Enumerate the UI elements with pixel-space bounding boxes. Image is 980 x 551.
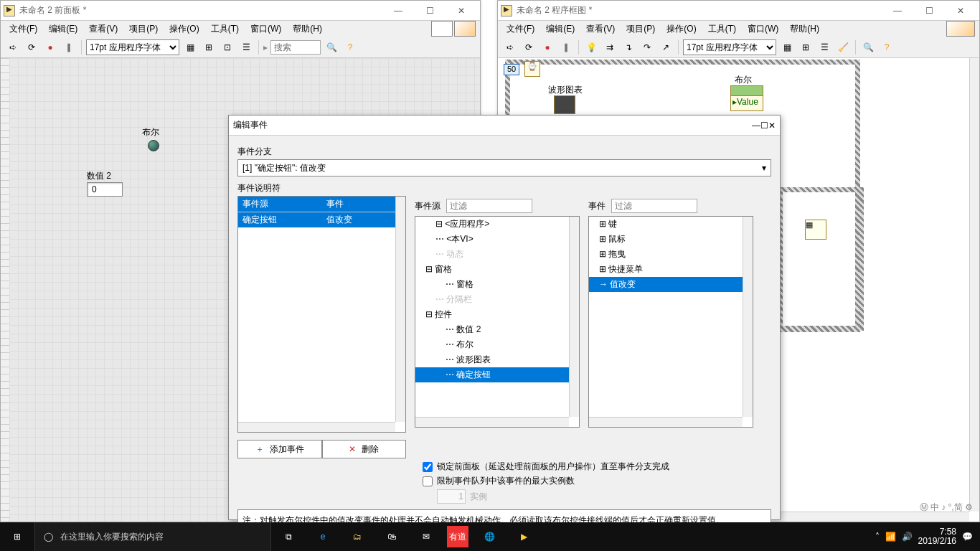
tree-item[interactable]: ⊟ <应用程序> [415,217,579,232]
font-selector[interactable]: 17pt 应用程序字体 [86,39,179,55]
tree-item[interactable]: ⊞ 鼠标 [589,232,753,247]
minimize-button[interactable]: — [752,121,760,131]
num-indicator[interactable]: 0 [87,182,123,197]
const-50[interactable]: 50 [504,64,519,75]
tree-item[interactable]: ⋯ 确定按钮 [415,367,579,382]
run-button[interactable]: ➪ [5,39,21,55]
bd-titlebar[interactable]: 未命名 2 程序框图 * — ☐ ✕ [498,1,979,21]
notif-icon[interactable]: 💬 [962,532,973,542]
labview-taskbar-icon[interactable]: ▶ [507,522,541,551]
menu-view[interactable]: 查看(V) [582,22,619,37]
search-input[interactable] [270,40,321,55]
run-cont-button[interactable]: ⟳ [521,39,537,55]
event-structure[interactable] [778,187,864,331]
menu-tools[interactable]: 工具(T) [704,22,740,37]
dialog-titlebar[interactable]: 编辑事件 — ☐ ✕ [229,116,780,136]
mail-icon[interactable]: ✉ [409,522,443,551]
menu-operate[interactable]: 操作(O) [165,22,203,37]
run-button[interactable]: ➪ [502,39,518,55]
menu-operate[interactable]: 操作(O) [662,22,700,37]
retain-button[interactable]: ⇉ [602,39,618,55]
highlight-button[interactable]: 💡 [583,39,599,55]
store-icon[interactable]: 🛍 [374,522,409,551]
chart-terminal[interactable] [554,95,575,114]
abort-button[interactable]: ● [42,39,58,55]
vi-icon[interactable] [454,21,476,37]
align-button[interactable]: ▦ [779,39,795,55]
abort-button[interactable]: ● [540,39,555,55]
add-event-button[interactable]: ＋添加事件 [237,440,322,458]
tree-item[interactable]: ⊟ 控件 [415,307,579,322]
tree-item[interactable]: ⊞ 拖曳 [589,247,753,262]
reorder-button[interactable]: ☰ [238,39,254,55]
maximize-button[interactable]: ☐ [414,1,446,21]
taskbar-search[interactable]: ◯ 在这里输入你要搜索的内容 [34,522,271,551]
menu-edit[interactable]: 编辑(E) [542,22,579,37]
tree-item[interactable]: ⊟ 窗格 [415,262,579,277]
maximize-button[interactable]: ☐ [760,121,768,131]
branch-combo[interactable]: [1] "确定按钮": 值改变 ▾ [237,159,771,176]
bool-led[interactable] [148,140,159,151]
menu-project[interactable]: 项目(P) [622,22,659,37]
system-tray[interactable]: ˄ 📶 🔊 7:58 2019/2/16 💬 [868,527,980,546]
tree-item[interactable]: ⋯ 动态 [415,247,579,262]
menu-help[interactable]: 帮助(H) [786,22,824,37]
edge-icon[interactable]: e [306,522,340,551]
delete-event-button[interactable]: ✕删除 [322,440,407,458]
event-type-tree[interactable]: ⊞ 键⊞ 鼠标⊞ 拖曳⊞ 快捷菜单→ 值改变 [588,216,753,428]
step-out-button[interactable]: ↗ [658,39,674,55]
menu-tools[interactable]: 工具(T) [207,22,243,37]
start-button[interactable]: ⊞ [0,522,34,551]
reorder-button[interactable]: ☰ [816,39,832,55]
maximize-button[interactable]: ☐ [913,1,945,21]
chrome-icon[interactable]: 🌐 [472,522,507,551]
pause-button[interactable]: ∥ [558,39,574,55]
tree-item[interactable]: ⋯ 分隔栏 [415,292,579,307]
subvi-node[interactable]: ▦ [805,220,826,240]
tree-item[interactable]: → 值改变 [589,277,753,292]
app-icon[interactable]: 有道 [447,526,468,547]
help-icon[interactable]: ? [879,39,895,55]
tree-item[interactable]: ⋯ 波形图表 [415,352,579,367]
tree-item[interactable]: ⊞ 快捷菜单 [589,262,753,277]
task-view-icon[interactable]: ⧉ [271,522,306,551]
menu-file[interactable]: 文件(F) [502,22,539,37]
close-button[interactable]: ✕ [945,1,976,21]
menu-edit[interactable]: 编辑(E) [44,22,82,37]
menu-window[interactable]: 窗口(W) [743,22,783,37]
font-selector[interactable]: 17pt 应用程序字体 [683,39,776,55]
tree-item[interactable]: ⋯ 数值 2 [415,322,579,337]
search-icon[interactable]: 🔍 [860,39,876,55]
distribute-button[interactable]: ⊞ [798,39,814,55]
help-icon[interactable]: ? [342,39,358,55]
wait-node[interactable]: ⌚ [524,61,540,77]
scrollbar-v[interactable] [395,197,405,422]
connector-pane[interactable] [431,21,453,37]
scrollbar-v[interactable] [743,217,753,417]
network-icon[interactable]: 📶 [885,532,896,542]
close-button[interactable]: ✕ [768,121,776,131]
tree-item[interactable]: ⋯ 布尔 [415,337,579,352]
close-button[interactable]: ✕ [446,1,477,21]
scrollbar-v[interactable] [969,58,979,512]
menu-file[interactable]: 文件(F) [5,22,42,37]
distribute-button[interactable]: ⊞ [201,39,217,55]
src-filter-input[interactable] [446,199,532,213]
run-cont-button[interactable]: ⟳ [24,39,39,55]
event-source-tree[interactable]: ⊟ <应用程序>⋯ <本VI>⋯ 动态⊟ 窗格⋯ 窗格⋯ 分隔栏⊟ 控件⋯ 数值… [415,216,580,428]
tree-item[interactable]: ⋯ <本VI> [415,232,579,247]
limit-checkbox[interactable] [423,476,433,486]
tray-up-icon[interactable]: ˄ [875,532,880,542]
menu-window[interactable]: 窗口(W) [246,22,286,37]
step-over-button[interactable]: ↷ [639,39,655,55]
scrollbar-h[interactable] [415,417,569,427]
scrollbar-v[interactable] [569,217,579,417]
vi-icon[interactable] [946,21,975,37]
resize-button[interactable]: ⊡ [220,39,235,55]
volume-icon[interactable]: 🔊 [902,532,913,542]
explorer-icon[interactable]: 🗂 [340,522,374,551]
align-button[interactable]: ▦ [182,39,198,55]
scrollbar-h[interactable] [589,417,743,427]
lock-checkbox[interactable] [423,462,433,472]
step-into-button[interactable]: ↴ [621,39,636,55]
